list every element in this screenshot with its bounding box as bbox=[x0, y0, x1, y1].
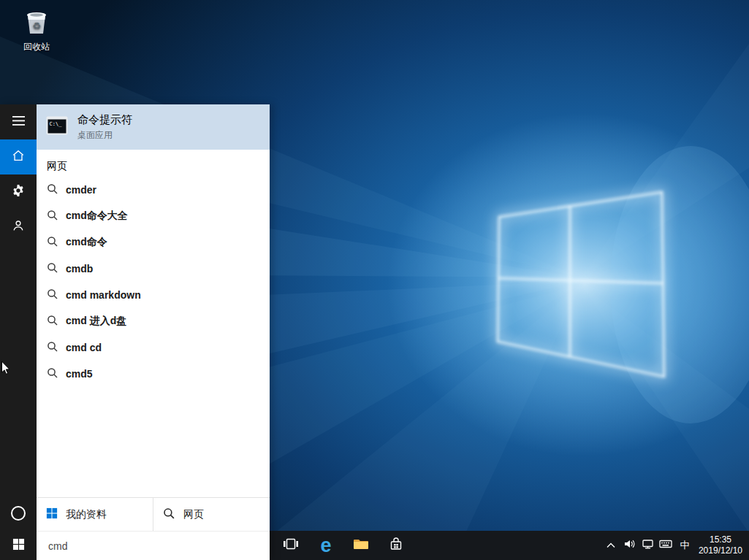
clock-date: 2019/12/10 bbox=[699, 545, 742, 556]
search-suggestion[interactable]: cmd 进入d盘 bbox=[37, 308, 270, 334]
search-icon bbox=[47, 315, 58, 329]
menu-button[interactable] bbox=[0, 104, 37, 139]
file-explorer-button[interactable] bbox=[343, 531, 379, 560]
touch-keyboard-button[interactable] bbox=[657, 531, 675, 560]
folder-icon bbox=[352, 535, 370, 556]
person-icon bbox=[12, 219, 25, 235]
home-icon bbox=[12, 149, 25, 165]
search-icon bbox=[163, 507, 175, 522]
account-button[interactable] bbox=[0, 210, 37, 245]
search-suggestion[interactable]: cmder bbox=[37, 177, 270, 203]
search-suggestion[interactable]: cmd5 bbox=[37, 361, 270, 387]
settings-button[interactable] bbox=[0, 174, 37, 210]
top-result-title: 命令提示符 bbox=[77, 113, 132, 127]
start-search-flyout: C:\_ 命令提示符 桌面应用 网页 cmder cmd命令大全 cmd命令 c… bbox=[0, 104, 270, 560]
keyboard-icon bbox=[659, 539, 672, 552]
clock-time: 15:35 bbox=[699, 534, 742, 545]
suggestion-text: cmder bbox=[66, 184, 96, 196]
store-button[interactable] bbox=[379, 531, 414, 560]
edge-icon: e bbox=[320, 536, 331, 556]
suggestion-text: cmd命令大全 bbox=[66, 210, 128, 223]
command-prompt-icon: C:\_ bbox=[45, 114, 69, 140]
tray-chevron-up-button[interactable] bbox=[602, 531, 620, 560]
start-button[interactable] bbox=[0, 531, 37, 560]
web-tab[interactable]: 网页 bbox=[153, 498, 270, 531]
suggestion-text: cmd5 bbox=[66, 368, 93, 380]
search-input[interactable] bbox=[37, 532, 270, 560]
cortana-button[interactable] bbox=[0, 496, 37, 531]
search-sidebar bbox=[0, 104, 37, 560]
chevron-up-icon bbox=[606, 539, 616, 552]
tray-clock[interactable]: 15:35 2019/12/10 bbox=[694, 534, 749, 556]
system-tray: 中 15:35 2019/12/10 bbox=[602, 531, 749, 560]
taskbar-app-buttons: e bbox=[273, 531, 414, 560]
edge-browser-button[interactable]: e bbox=[308, 531, 343, 560]
search-suggestion[interactable]: cmd markdown bbox=[37, 282, 270, 308]
search-suggestion[interactable]: cmd命令大全 bbox=[37, 203, 270, 229]
suggestion-text: cmd cd bbox=[66, 342, 102, 353]
svg-text:C:\_: C:\_ bbox=[50, 121, 63, 127]
home-tab[interactable] bbox=[0, 139, 37, 174]
suggestion-text: cmdb bbox=[66, 263, 93, 275]
windows-flag-icon bbox=[46, 507, 58, 521]
store-bag-icon bbox=[388, 536, 404, 555]
taskbar-search-box bbox=[37, 531, 270, 560]
search-icon bbox=[47, 262, 58, 276]
search-footer-tabs: 我的资料 网页 bbox=[37, 497, 270, 531]
ime-indicator[interactable]: 中 bbox=[675, 539, 694, 552]
search-icon bbox=[47, 183, 58, 197]
windows-logo-icon bbox=[12, 538, 25, 553]
my-stuff-label: 我的资料 bbox=[66, 508, 107, 521]
search-icon bbox=[47, 236, 58, 250]
suggestion-text: cmd命令 bbox=[66, 236, 107, 249]
task-view-button[interactable] bbox=[273, 531, 308, 560]
gear-icon bbox=[12, 184, 25, 200]
task-view-icon bbox=[283, 536, 299, 555]
svg-text:♻: ♻ bbox=[32, 20, 41, 31]
recycle-bin-shortcut[interactable]: ♻ 回收站 bbox=[9, 6, 64, 53]
search-suggestion[interactable]: cmd命令 bbox=[37, 229, 270, 256]
sidebar-spacer bbox=[0, 245, 37, 496]
my-stuff-tab[interactable]: 我的资料 bbox=[37, 498, 153, 531]
web-tab-label: 网页 bbox=[183, 508, 204, 521]
search-icon bbox=[47, 367, 58, 381]
search-results-panel: C:\_ 命令提示符 桌面应用 网页 cmder cmd命令大全 cmd命令 c… bbox=[37, 104, 270, 560]
hamburger-icon bbox=[12, 115, 25, 129]
search-suggestion[interactable]: cmdb bbox=[37, 256, 270, 282]
search-icon bbox=[47, 341, 58, 355]
top-result-subtitle: 桌面应用 bbox=[77, 129, 132, 142]
recycle-bin-label: 回收站 bbox=[23, 41, 50, 53]
web-section-header: 网页 bbox=[37, 150, 270, 177]
cortana-ring-icon bbox=[11, 506, 26, 521]
top-result-command-prompt[interactable]: C:\_ 命令提示符 桌面应用 bbox=[37, 104, 270, 150]
suggestion-text: cmd 进入d盘 bbox=[66, 315, 126, 328]
search-icon bbox=[47, 210, 58, 223]
results-empty-space bbox=[37, 387, 270, 497]
search-suggestion[interactable]: cmd cd bbox=[37, 334, 270, 361]
network-monitor-icon bbox=[642, 538, 654, 553]
network-button[interactable] bbox=[639, 531, 657, 560]
suggestion-text: cmd markdown bbox=[66, 289, 141, 301]
volume-button[interactable] bbox=[620, 531, 639, 560]
search-icon bbox=[47, 288, 58, 302]
recycle-bin-icon: ♻ bbox=[22, 6, 51, 39]
speaker-icon bbox=[623, 538, 636, 553]
